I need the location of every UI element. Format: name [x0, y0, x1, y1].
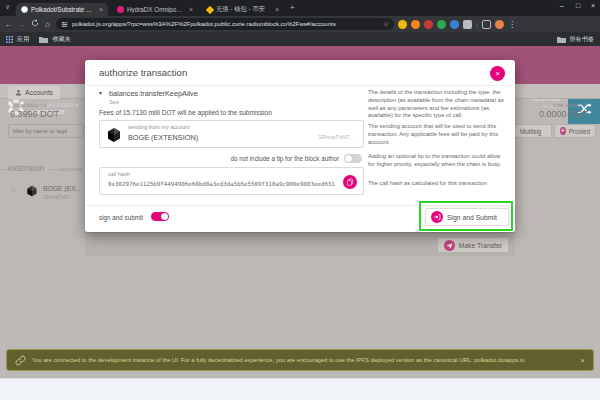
call-hash-value: 0x302976e1125b9f4494906e60bd8a3ed3da5b5e… [108, 181, 340, 187]
binance-favicon [206, 5, 214, 13]
extension-blue-icon[interactable] [450, 20, 459, 29]
tab-hydradx[interactable]: HydraDX Omnipool - An Ocean × [112, 3, 198, 16]
section-subtitle: accounts [60, 166, 82, 172]
multisig-label: Multisig [520, 128, 541, 135]
modal-close-button[interactable]: × [490, 66, 505, 81]
make-transfer-button[interactable]: Make Transfer [437, 237, 509, 253]
tab-close-icon[interactable]: × [99, 6, 103, 13]
total-locked-label: total locked [553, 102, 582, 108]
filter-input[interactable] [8, 124, 84, 138]
forward-icon[interactable]: → [15, 20, 28, 29]
close-icon: × [495, 69, 500, 78]
tab-title: 充值 - 钱包 - 币安 [216, 5, 272, 14]
tab-close-icon[interactable]: × [189, 6, 193, 13]
extrinsic-doc: See [109, 99, 119, 105]
plus-icon: + [560, 127, 566, 135]
authorize-transaction-modal: authorize transaction × ▾ balances.trans… [85, 60, 515, 232]
sign-submit-toggle[interactable] [151, 212, 169, 221]
toggle-knob [345, 155, 352, 162]
chevron-down-icon: ▾ [75, 102, 78, 108]
extension-metamask-icon[interactable] [411, 20, 420, 29]
call-hash-label: call hash [108, 171, 130, 177]
sender-label: sending from my account [128, 124, 189, 130]
reload-icon[interactable] [28, 19, 41, 29]
tab-search-icon[interactable]: ∨ [5, 3, 10, 11]
tab-polkadot-portal[interactable]: Polkadot/Substrate Portal × [16, 3, 108, 16]
dev-instance-banner: You are connected to the development ins… [6, 349, 594, 371]
back-icon[interactable]: ← [2, 20, 15, 29]
extrinsic-method: balances.transferKeepAlive [109, 89, 198, 98]
sender-name: BOGE (EXTENSION) [128, 133, 198, 142]
tab-close-icon[interactable]: × [275, 6, 279, 13]
tab-accounts-label: Accounts [25, 89, 53, 96]
sign-and-submit-button[interactable]: Sign and Submit [425, 208, 509, 226]
multisig-button[interactable]: Multisig [514, 124, 552, 138]
sender-account-box[interactable]: sending from my account BOGE (EXTENSION)… [99, 120, 364, 148]
folder-icon[interactable] [39, 36, 48, 43]
copy-icon [346, 178, 354, 186]
fee-note: Fees of 15.7130 milli DOT will be applie… [99, 109, 272, 116]
all-bookmarks[interactable]: 所有书签 [557, 35, 594, 44]
sign-toggle-label: sign and submit [99, 214, 143, 221]
tab-title: HydraDX Omnipool - An Ocean [127, 6, 186, 13]
new-tab-button[interactable]: + [290, 3, 295, 12]
send-icon [444, 240, 455, 251]
taskbar: 1°C 大部晴朗 搜索 ^ [0, 378, 600, 400]
window-minimize-button[interactable]: – [556, 2, 568, 9]
all-bookmarks-label: 所有书签 [569, 35, 594, 44]
help-hash: The call hash as calculated for this tra… [368, 180, 507, 188]
total-balance-label: total balance [14, 102, 47, 108]
bookmark-apps-label[interactable]: 应用 [17, 35, 29, 44]
transfer-dialog-footer: Make Transfer [85, 232, 515, 256]
apps-grid-icon[interactable] [6, 36, 13, 43]
help-extrinsic: The details of the transaction including… [368, 89, 507, 120]
tab-accounts[interactable]: Accounts [8, 86, 60, 99]
side-panel-icon[interactable] [482, 20, 491, 29]
account-name[interactable]: BOGE (EXTENSION) [43, 185, 85, 192]
bookmarks-bar: 应用 收藏夹 所有书签 [0, 32, 600, 46]
hydradx-favicon [117, 6, 124, 13]
toggle-knob [161, 213, 168, 220]
proxied-label: Proxied [569, 128, 590, 135]
extension-green-icon[interactable] [437, 20, 446, 29]
make-transfer-label: Make Transfer [459, 242, 502, 249]
home-icon[interactable]: ⌂ [41, 20, 54, 29]
favorite-star-icon[interactable]: ☆ [10, 185, 17, 194]
extension-binance-icon[interactable] [398, 20, 407, 29]
bookmark-star-icon[interactable]: ☆ [383, 20, 389, 28]
folder-icon [557, 36, 566, 43]
tip-toggle-label: do not include a tip for the block autho… [99, 155, 339, 162]
extensions-puzzle-icon[interactable] [463, 20, 472, 29]
link-icon [15, 355, 26, 366]
window-maximize-button[interactable]: □ [572, 2, 584, 9]
sender-identicon [106, 127, 122, 143]
toolbar-divider: | [476, 20, 478, 29]
url-bar[interactable]: polkadot.js.org/apps/?rpc=wss%3A%2F%2Fpo… [56, 18, 394, 30]
tab-title: Polkadot/Substrate Portal [31, 6, 96, 13]
extension-red-icon[interactable] [424, 20, 433, 29]
browser-tab-strip: ∨ Polkadot/Substrate Portal × HydraDX Om… [0, 0, 600, 16]
banner-text: You are connected to the development ins… [32, 357, 575, 363]
profile-avatar[interactable] [495, 20, 504, 29]
section-title: extension [8, 163, 48, 173]
help-tip: Adding an optional tip to the transactio… [368, 153, 507, 169]
copy-hash-button[interactable] [343, 175, 357, 189]
expander-icon[interactable]: ▾ [99, 89, 102, 96]
banner-close-icon[interactable]: × [581, 356, 585, 365]
polkadot-favicon [21, 6, 28, 13]
proxied-button[interactable]: + Proxied [554, 124, 596, 138]
window-close-button[interactable]: × [587, 2, 599, 9]
tab-binance[interactable]: 充值 - 钱包 - 币安 × [202, 3, 284, 16]
browser-menu-icon[interactable]: ⋮ [508, 20, 516, 29]
modal-footer-divider [85, 205, 515, 206]
url-text[interactable]: polkadot.js.org/apps/?rpc=wss%3A%2F%2Fpo… [72, 21, 379, 27]
site-settings-icon[interactable] [61, 21, 68, 28]
account-address[interactable]: 1RnnqTxN7… [43, 194, 85, 200]
bookmark-favorites-label[interactable]: 收藏夹 [52, 35, 71, 44]
sign-and-submit-label: Sign and Submit [447, 214, 497, 221]
total-balance-value: 9.3996 DOT [10, 109, 59, 119]
tip-toggle[interactable] [344, 154, 362, 163]
sender-address: 1RnnqTxN7… [318, 134, 355, 140]
modal-title: authorize transaction [99, 67, 187, 78]
help-sender: The sending account that will be used to… [368, 123, 507, 146]
